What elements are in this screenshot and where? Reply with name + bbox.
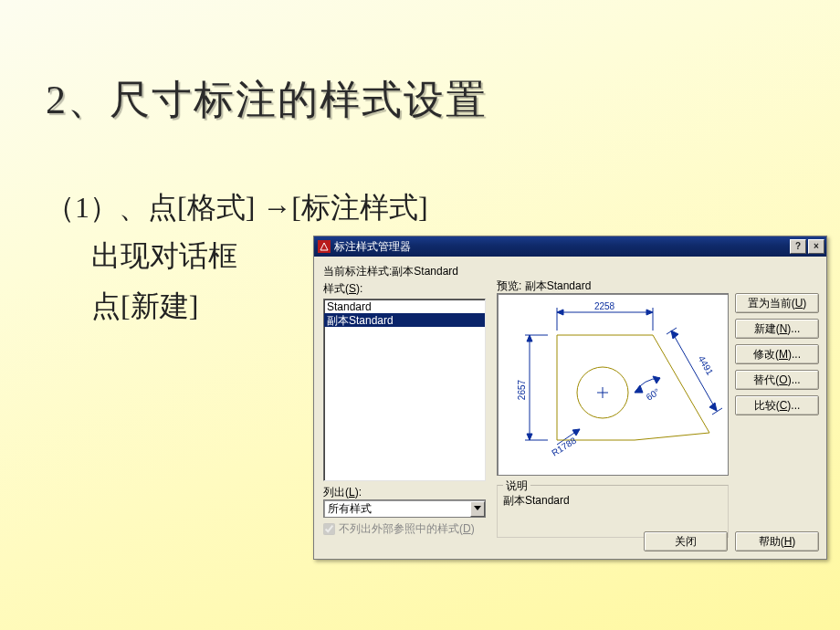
close-button[interactable]: 关闭 [644,531,728,551]
modify-button[interactable]: 修改(M)... [735,344,819,364]
app-icon [318,240,331,253]
external-ref-checkbox[interactable] [323,523,335,535]
slide-line-3: 点[新建] [91,286,198,327]
svg-marker-18 [572,429,580,436]
description-legend: 说明 [503,478,530,494]
close-icon[interactable]: × [808,239,824,254]
preview-pane: 2258 2657 4491 60° R1788 [497,293,729,476]
dropdown-value: 所有样式 [324,501,470,517]
slide-line-1: （1）、点[格式] →[标注样式] [46,187,428,228]
compare-button[interactable]: 比较(C)... [735,395,819,415]
list-item[interactable]: Standard [324,299,485,313]
new-button[interactable]: 新建(N)... [735,319,819,339]
dim-left: 2657 [517,379,527,400]
description-text: 副本Standard [498,486,728,509]
svg-marker-15 [635,385,643,393]
styles-label: 样式(S): [323,281,488,297]
titlebar[interactable]: 标注样式管理器 ? × [314,236,826,257]
help-button[interactable]: 帮助(H) [735,531,819,551]
current-style-label: 当前标注样式:副本Standard [323,264,488,279]
preview-label: 预览: 副本Standard [497,278,591,294]
listout-label: 列出(L): [323,485,362,500]
svg-marker-14 [709,403,717,411]
help-icon[interactable]: ? [790,239,806,254]
svg-marker-3 [557,310,563,315]
svg-marker-8 [527,335,532,341]
set-current-button[interactable]: 置为当前(U) [735,293,819,313]
list-item[interactable]: 副本Standard [324,313,485,327]
styles-listbox[interactable]: Standard 副本Standard [323,299,486,481]
external-ref-label: 不列出外部参照中的样式(D) [339,521,475,537]
override-button[interactable]: 替代(O)... [735,370,819,390]
description-groupbox: 说明 副本Standard [497,485,729,538]
external-ref-checkbox-row: 不列出外部参照中的样式(D) [323,521,475,537]
dim-radius: R1788 [550,436,578,458]
dim-top: 2258 [594,301,615,311]
dim-right: 4491 [697,354,716,377]
svg-marker-16 [653,376,660,383]
slide-heading: 2、尺寸标注的样式设置 [46,73,488,127]
slide-line-2: 出现对话框 [91,236,237,277]
dialog-title: 标注样式管理器 [334,239,790,255]
list-filter-dropdown[interactable]: 所有样式 [323,499,486,518]
chevron-down-icon[interactable] [470,501,485,517]
dialog-content: 当前标注样式:副本Standard 样式(S): Standard 副本Stan… [314,257,826,559]
svg-marker-4 [646,310,653,315]
dimension-style-manager-dialog: 标注样式管理器 ? × 当前标注样式:副本Standard 样式(S): Sta… [313,236,827,560]
svg-marker-13 [671,331,678,339]
dim-angle: 60° [645,386,662,402]
svg-marker-9 [527,434,532,440]
